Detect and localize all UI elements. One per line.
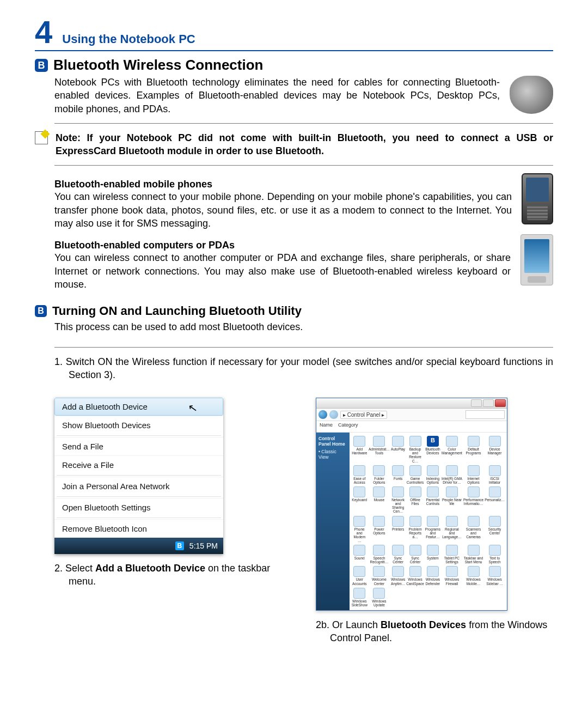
control-panel-item[interactable]: Speech Recogniti… (369, 545, 390, 564)
control-panel-item[interactable]: Mouse (369, 486, 390, 514)
control-panel-item[interactable]: Internet Options (463, 465, 483, 484)
control-panel-item[interactable]: Indexing Options (425, 465, 440, 484)
control-panel-item-label: Windows Anytim… (391, 577, 405, 585)
pdas-title: Bluetooth-enabled computers or PDAs (54, 240, 511, 251)
control-panel-item-icon (489, 486, 501, 497)
menu-item-join-pan[interactable]: Join a Personal Area Network (54, 477, 223, 495)
control-panel-item[interactable]: User Accounts (352, 566, 367, 585)
phones-title: Bluetooth-enabled mobile phones (54, 179, 512, 190)
maximize-button[interactable] (483, 399, 494, 407)
sort-category[interactable]: Category (338, 422, 358, 431)
menu-item-add-device[interactable]: Add a Bluetooth Device ↖ (54, 398, 223, 416)
control-panel-item[interactable]: Keyboard (352, 486, 367, 514)
close-button[interactable] (495, 399, 506, 407)
control-panel-item[interactable]: People Near Me (442, 486, 462, 514)
menu-separator (57, 475, 221, 476)
control-panel-item-icon (446, 465, 458, 476)
breadcrumb[interactable]: ▸ Control Panel ▸ (340, 411, 387, 419)
control-panel-item-icon (446, 486, 458, 497)
control-panel-item[interactable]: Windows Update (369, 588, 390, 607)
control-panel-item[interactable]: Programs and Featur… (425, 516, 440, 543)
control-panel-item[interactable]: Problem Reports a… (406, 516, 424, 543)
control-panel-item[interactable]: Regional and Language… (442, 516, 462, 543)
control-panel-item[interactable]: AutoPlay (391, 436, 405, 463)
control-panel-item[interactable]: Add Hardware (352, 436, 367, 463)
step-1: 1. Switch ON the Wireless function if ne… (54, 355, 553, 382)
control-panel-item[interactable]: Phone and Modem … (352, 516, 367, 543)
control-panel-item[interactable]: Windows Anytim… (391, 566, 405, 585)
control-panel-item[interactable]: Backup and Restore C… (406, 436, 424, 463)
chapter-header: 4 Using the Notebook PC (35, 16, 553, 51)
bluetooth-tray-icon[interactable]: B (175, 541, 184, 550)
chapter-title: Using the Notebook PC (62, 32, 195, 46)
control-panel-item[interactable]: Game Controllers (406, 465, 424, 484)
control-panel-item[interactable]: Color Management (442, 436, 462, 463)
nav-back-icon[interactable] (318, 410, 327, 419)
sort-name[interactable]: Name (320, 422, 333, 431)
control-panel-item[interactable]: Bluetooth Devices (425, 436, 440, 463)
nav-forward-icon[interactable] (329, 410, 338, 419)
control-panel-item[interactable]: Ease of Access (352, 465, 367, 484)
menu-item-receive-file[interactable]: Receive a File (54, 455, 223, 474)
control-panel-item[interactable]: Windows Firewall (442, 566, 462, 585)
control-panel-item[interactable]: Device Manager (485, 436, 505, 463)
control-panel-item-icon (468, 545, 480, 556)
control-panel-item-label: Taskbar and Start Menu (463, 556, 483, 564)
control-panel-item-label: Sync Center (391, 556, 405, 564)
search-input[interactable] (465, 410, 505, 419)
phones-body: You can wireless connect to your mobile … (54, 190, 512, 230)
control-panel-item[interactable]: Security Center (485, 516, 505, 543)
control-panel-item[interactable]: Administrat… Tools (369, 436, 390, 463)
control-panel-item[interactable]: Scanners and Cameras (463, 516, 483, 543)
control-panel-item[interactable]: Taskbar and Start Menu (463, 545, 483, 564)
control-panel-item[interactable]: Sync Center (406, 545, 424, 564)
control-panel-item-icon (409, 436, 421, 447)
control-panel-item-label: Device Manager (485, 447, 505, 455)
menu-item-send-file[interactable]: Send a File (54, 437, 223, 455)
control-panel-item[interactable]: System (425, 545, 440, 564)
control-panel-item[interactable]: Windows Defender (425, 566, 440, 585)
control-panel-item[interactable]: Printers (391, 516, 405, 543)
control-panel-item-icon (446, 516, 458, 527)
control-panel-item-label: Mouse (369, 498, 390, 502)
section-intro: Notebook PCs with Bluetooth technology e… (54, 76, 500, 115)
control-panel-item-label: Intel(R) GMA Driver for… (442, 477, 462, 484)
note-icon (35, 131, 48, 144)
menu-item-show-devices[interactable]: Show Bluetooth Devices (54, 416, 223, 434)
control-panel-item[interactable]: Default Programs (463, 436, 483, 463)
control-panel-item[interactable]: Performance Informatio… (463, 486, 483, 514)
control-panel-item[interactable]: Intel(R) GMA Driver for… (442, 465, 462, 484)
control-panel-item-label: Scanners and Cameras (463, 527, 483, 539)
control-panel-item[interactable]: Offline Files (406, 486, 424, 514)
control-panel-item-icon (353, 486, 365, 497)
control-panel-item[interactable]: Folder Options (369, 465, 390, 484)
sidebar-item-classic-view[interactable]: • Classic View (318, 449, 347, 460)
menu-item-remove-icon[interactable]: Remove Bluetooth Icon (54, 519, 223, 538)
control-panel-item-label: Security Center (485, 527, 505, 535)
control-panel-item[interactable]: Tablet PC Settings (442, 545, 462, 564)
control-panel-item[interactable]: Network and Sharing Cen… (391, 486, 405, 514)
control-panel-item-icon (468, 516, 480, 527)
control-panel-item[interactable]: Sync Center (391, 545, 405, 564)
menu-item-label: Receive a File (62, 460, 114, 470)
control-panel-item[interactable]: Welcome Center (369, 566, 390, 585)
control-panel-item[interactable]: Text to Speech (485, 545, 505, 564)
control-panel-item[interactable]: iSCSI Initiator (485, 465, 505, 484)
control-panel-item-icon (446, 436, 458, 447)
control-panel-item[interactable]: Windows CardSpace (406, 566, 424, 585)
control-panel-item[interactable]: Windows Mobile… (463, 566, 483, 585)
control-panel-item-icon (427, 566, 439, 577)
control-panel-item[interactable]: Parental Controls (425, 486, 440, 514)
control-panel-item[interactable]: Sound (352, 545, 367, 564)
control-panel-item[interactable]: Personaliz… (485, 486, 505, 514)
minimize-button[interactable] (471, 399, 482, 407)
control-panel-item[interactable]: Fonts (391, 465, 405, 484)
control-panel-item[interactable]: Windows SideShow (352, 588, 367, 607)
control-panel-item[interactable]: Power Options (369, 516, 390, 543)
sidebar: Control Panel Home • Classic View (316, 433, 350, 610)
control-panel-item-label: Windows Sidebar … (485, 577, 505, 585)
bluetooth-icon: B (35, 305, 47, 317)
control-panel-item-icon (373, 436, 385, 447)
menu-item-open-settings[interactable]: Open Bluetooth Settings (54, 498, 223, 516)
control-panel-item[interactable]: Windows Sidebar … (485, 566, 505, 585)
